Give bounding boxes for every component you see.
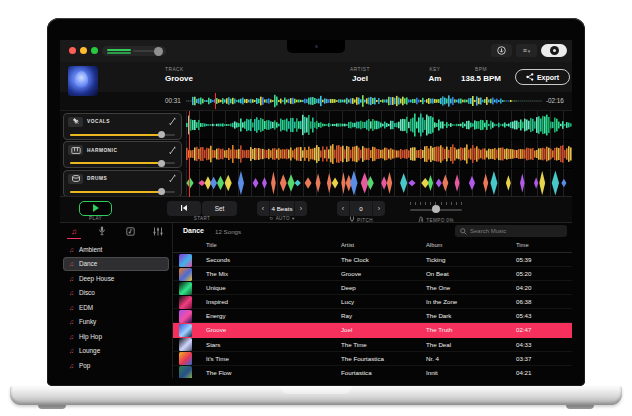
app-logo-button[interactable] — [541, 44, 567, 57]
mute-slash-icon — [169, 117, 176, 126]
music-note-icon: ♫ — [69, 318, 74, 325]
tempo-knob[interactable] — [432, 205, 440, 213]
djay-logo-icon — [550, 46, 559, 55]
cell-album: Ticking — [426, 253, 445, 267]
vocals-volume-slider[interactable] — [70, 131, 175, 139]
drums-mute-button[interactable] — [169, 174, 176, 183]
track-row[interactable]: The FlowFourtasticaInnit04:21 — [173, 366, 572, 378]
cell-artist: The Fourtastica — [341, 352, 384, 366]
sidebar-item-disco[interactable]: ♫Disco — [63, 286, 169, 301]
menu-icon: ≡ — [523, 47, 527, 54]
genre-label: Pop — [79, 362, 90, 369]
tab-sampler[interactable] — [144, 223, 172, 239]
sidebar-item-lounge[interactable]: ♫Lounge — [63, 344, 169, 359]
harmonic-volume-slider[interactable] — [70, 159, 175, 167]
pitch-increase-button[interactable]: › — [373, 201, 385, 216]
cell-album: Innit — [426, 366, 438, 378]
tab-music-library[interactable]: ♫ — [60, 223, 88, 239]
sidebar-item-ambient[interactable]: ♫Ambient — [63, 242, 169, 257]
track-row[interactable]: StarsThe TimeThe Deal04:33 — [173, 338, 572, 352]
slider-knob[interactable] — [158, 131, 165, 138]
overview-playhead[interactable] — [215, 93, 216, 109]
track-artwork — [179, 254, 192, 267]
minimize-window-button[interactable] — [80, 47, 87, 54]
album-box-icon — [126, 227, 135, 236]
sidebar-item-deep-house[interactable]: ♫Deep House — [63, 271, 169, 286]
sidebar-item-funky[interactable]: ♫Funky — [63, 315, 169, 330]
play-button[interactable] — [79, 201, 112, 216]
set-cue-button[interactable]: Set — [202, 201, 237, 216]
column-title[interactable]: Title — [206, 242, 217, 248]
track-row[interactable]: UniqueDeepThe One04:20 — [173, 281, 572, 295]
vocals-mute-button[interactable] — [169, 117, 176, 126]
beats-decrease-button[interactable]: ‹ — [257, 201, 269, 216]
mute-slash-icon — [169, 174, 176, 183]
track-row[interactable]: It's TimeThe FourtasticaNr. 403:37 — [173, 352, 572, 366]
overview-row: 00:31 -02:16 — [60, 92, 572, 110]
pitch-decrease-button[interactable]: ‹ — [337, 201, 349, 216]
harmonic-mute-button[interactable] — [169, 146, 176, 155]
share-icon — [526, 73, 534, 81]
crossfader[interactable] — [102, 46, 166, 56]
track-row[interactable]: The MixGrooveOn Beat05:20 — [173, 267, 572, 281]
column-artist[interactable]: Artist — [341, 242, 354, 248]
stem-waveforms[interactable] — [186, 111, 572, 197]
sidebar-item-edm[interactable]: ♫EDM — [63, 300, 169, 315]
genre-label: Deep House — [79, 275, 115, 282]
drums-volume-slider[interactable] — [70, 188, 175, 196]
cell-album: In the Zone — [426, 295, 457, 309]
harmonic-stem-control[interactable]: HARMONIC — [63, 141, 182, 168]
track-row[interactable]: GrooveJoelThe Truth02:47 — [173, 323, 572, 337]
download-button[interactable] — [491, 44, 512, 57]
column-time[interactable]: Time — [516, 242, 529, 248]
genre-label: Disco — [79, 289, 95, 296]
stem-controls: VOCALS — [60, 111, 186, 197]
auto-loop-control[interactable]: ↻ AUTO ▾ — [253, 216, 311, 221]
menu-button[interactable]: ≡ ▾ — [516, 44, 537, 57]
mute-slash-icon — [169, 146, 176, 155]
cell-title: Stars — [206, 338, 220, 352]
export-button[interactable]: Export — [515, 69, 570, 85]
crossfader-knob[interactable] — [154, 47, 163, 56]
album-art — [68, 66, 98, 96]
overview-waveform-graphic — [186, 93, 545, 109]
slider-knob[interactable] — [158, 160, 165, 167]
cell-title: Inspired — [206, 295, 228, 309]
cell-time: 03:37 — [516, 352, 531, 366]
mixer-faders-icon — [153, 227, 163, 236]
slider-knob[interactable] — [158, 188, 165, 195]
vocals-stem-control[interactable]: VOCALS — [63, 113, 182, 140]
column-album[interactable]: Album — [426, 242, 442, 248]
beats-stepper: ‹ 4 Beats › — [257, 201, 307, 216]
laptop-base — [10, 386, 622, 405]
vocals-waveform — [186, 111, 572, 140]
cell-artist: Ray — [341, 309, 352, 323]
search-box[interactable] — [455, 225, 567, 237]
track-row[interactable]: EnergyRayThe Dark05:43 — [173, 309, 572, 323]
sidebar-item-hip-hop[interactable]: ♫Hip Hop — [63, 329, 169, 344]
bpm-label: BPM — [452, 67, 510, 72]
sidebar-item-pop[interactable]: ♫Pop — [63, 358, 169, 373]
cell-title: Seconds — [206, 253, 230, 267]
overview-waveform[interactable] — [186, 93, 545, 109]
drums-stem-control[interactable]: DRUMS — [63, 170, 182, 197]
track-artwork — [179, 296, 192, 309]
stems-playhead[interactable] — [189, 111, 190, 197]
tab-microphone[interactable] — [88, 223, 116, 239]
track-row[interactable]: InspiredLucyIn the Zone06:38 — [173, 295, 572, 309]
cell-artist: The Time — [341, 338, 367, 352]
track-row[interactable]: SecondsThe ClockTicking05:39 — [173, 253, 572, 267]
tab-albums[interactable] — [116, 223, 144, 239]
close-window-button[interactable] — [69, 47, 76, 54]
sidebar-item-dance[interactable]: ♫Dance — [63, 257, 169, 272]
cell-album: Nr. 4 — [426, 352, 439, 366]
zoom-window-button[interactable] — [91, 47, 98, 54]
music-note-icon: ♫ — [69, 260, 74, 267]
harmonic-waveform — [186, 140, 572, 169]
music-note-icon: ♫ — [69, 333, 74, 340]
transport-bar: PLAY Set START ‹ 4 Beats › ↻ AUTO — [60, 196, 572, 223]
cell-time: 05:39 — [516, 253, 531, 267]
skip-to-start-button[interactable] — [167, 201, 201, 216]
search-input[interactable] — [470, 228, 562, 234]
beats-increase-button[interactable]: › — [295, 201, 307, 216]
